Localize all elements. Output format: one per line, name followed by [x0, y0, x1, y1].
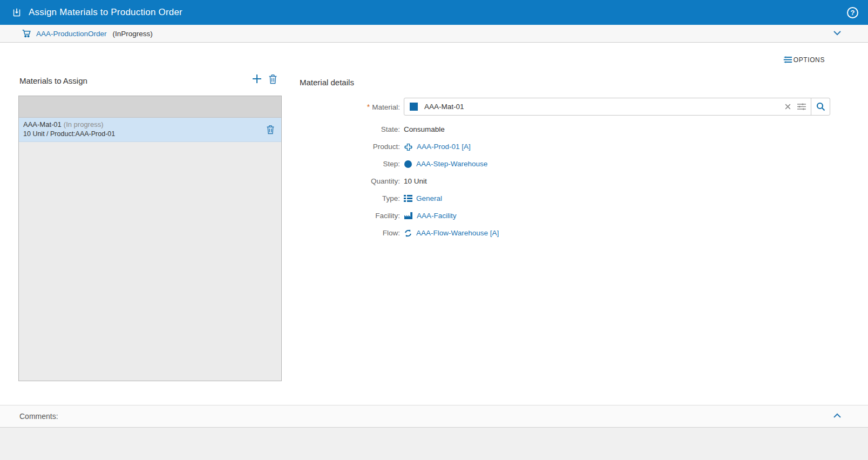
options-label: OPTIONS — [794, 56, 825, 64]
comments-section[interactable]: Comments: — [0, 405, 868, 428]
field-label: Step: — [294, 155, 400, 173]
field-label: Product: — [294, 138, 400, 155]
trash-icon[interactable] — [266, 125, 275, 137]
field-row-state: State: Consumable — [294, 121, 672, 138]
tray-download-icon — [11, 6, 23, 18]
search-icon[interactable] — [811, 98, 830, 115]
sliders-icon — [783, 56, 792, 64]
chevron-down-icon[interactable] — [832, 29, 842, 39]
step-icon — [404, 160, 412, 168]
materials-list: AAA-Mat-01(In progress) 10 Unit / Produc… — [18, 96, 282, 381]
facility-icon — [404, 212, 413, 220]
field-row-quantity: Quantity: 10 Unit — [294, 173, 672, 190]
field-value-link[interactable]: General — [404, 190, 442, 207]
chevron-up-icon[interactable] — [832, 412, 842, 422]
product-icon — [404, 143, 413, 152]
options-button[interactable]: OPTIONS — [783, 56, 825, 64]
trash-icon[interactable] — [268, 74, 277, 86]
material-item-details: 10 Unit / Product:AAA-Prod-01 — [23, 130, 263, 138]
breadcrumb-bar: AAA-ProductionOrder (InProgress) — [0, 25, 868, 43]
field-value-link[interactable]: AAA-Facility — [404, 207, 457, 225]
material-chip-icon — [410, 103, 418, 111]
field-value: Consumable — [404, 121, 445, 138]
filter-sliders-icon[interactable] — [795, 100, 811, 113]
type-icon — [404, 194, 412, 202]
clear-x-icon[interactable] — [781, 101, 795, 112]
field-row-type: Type: General — [294, 190, 672, 207]
field-row-flow: Flow: AAA-Flow-Warehouse [A] — [294, 225, 672, 242]
page-title: Assign Materials to Production Order — [29, 7, 182, 18]
material-input-value: AAA-Mat-01 — [424, 103, 781, 111]
breadcrumb-status: (InProgress) — [113, 30, 153, 38]
material-field-label: *Material: — [294, 103, 400, 111]
plus-icon[interactable] — [250, 72, 263, 87]
help-circle-icon[interactable]: ? — [847, 7, 858, 18]
field-row-product: Product: AAA-Prod-01 [A] — [294, 138, 672, 155]
shopping-cart-icon — [22, 29, 32, 38]
field-row-facility: Facility: AAA-Facility — [294, 207, 672, 225]
field-row-step: Step: AAA-Step-Warehouse — [294, 155, 672, 173]
field-label: State: — [294, 121, 400, 138]
material-list-item[interactable]: AAA-Mat-01(In progress) 10 Unit / Produc… — [19, 118, 281, 142]
field-value-link[interactable]: AAA-Flow-Warehouse [A] — [404, 225, 499, 242]
material-details-heading: Material details — [300, 78, 354, 87]
breadcrumb-order-link[interactable]: AAA-ProductionOrder — [36, 30, 107, 38]
material-input[interactable]: AAA-Mat-01 — [404, 98, 830, 116]
assign-materials-dialog: Assign Materials to Production Order ? A… — [0, 0, 868, 460]
title-bar: Assign Materials to Production Order ? — [0, 0, 868, 25]
flow-icon — [404, 229, 412, 238]
footer-bar: Cancel Assign — [0, 428, 868, 460]
comments-label: Comments: — [19, 412, 58, 421]
field-value-link[interactable]: AAA-Prod-01 [A] — [404, 138, 471, 155]
materials-to-assign-heading: Materials to Assign — [19, 76, 87, 85]
required-marker: * — [367, 103, 370, 111]
field-label: Type: — [294, 190, 400, 207]
material-item-status: (In progress) — [64, 120, 104, 128]
list-header-row — [19, 96, 281, 118]
field-value-link[interactable]: AAA-Step-Warehouse — [404, 155, 487, 173]
material-item-name: AAA-Mat-01 — [23, 120, 62, 128]
field-label: Quantity: — [294, 173, 400, 190]
field-label: Facility: — [294, 207, 400, 225]
field-value: 10 Unit — [404, 173, 427, 190]
field-label: Flow: — [294, 225, 400, 242]
